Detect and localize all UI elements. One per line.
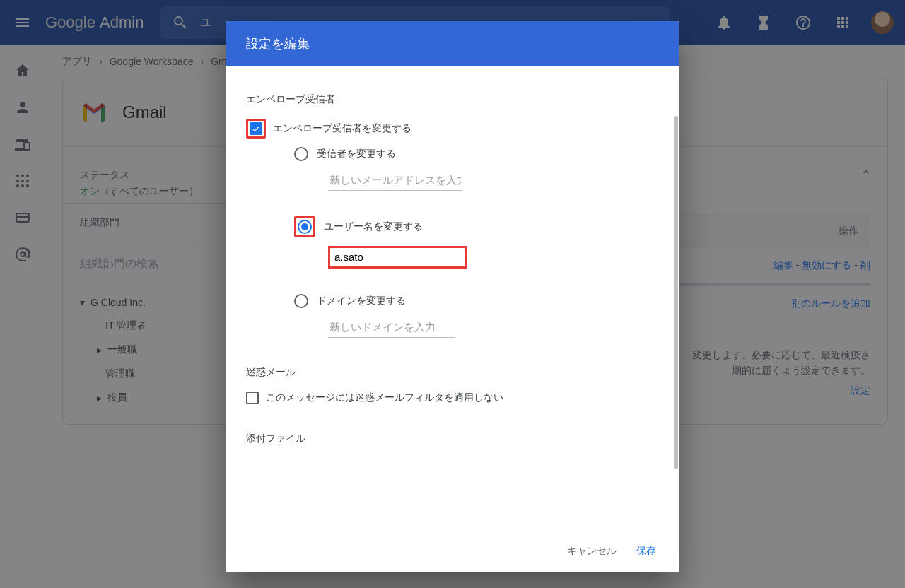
section-attachment: 添付ファイル: [246, 433, 656, 445]
cancel-button[interactable]: キャンセル: [567, 545, 617, 558]
username-input[interactable]: [334, 251, 460, 263]
settings-dialog: 設定を編集 エンベロープ受信者 エンベロープ受信者を変更する 受信者を変更する …: [226, 21, 679, 572]
save-button[interactable]: 保存: [636, 545, 656, 558]
checkbox-skip-spam[interactable]: [246, 392, 259, 404]
radio-label: ユーザー名を変更する: [324, 220, 423, 233]
radio-change-recipient[interactable]: [294, 147, 308, 161]
checkbox-label: このメッセージには迷惑メールフィルタを適用しない: [266, 392, 503, 404]
radio-label: ドメインを変更する: [317, 295, 406, 307]
checkbox-label: エンベロープ受信者を変更する: [273, 122, 411, 135]
dialog-scrollbar[interactable]: [673, 66, 679, 530]
section-spam: 迷惑メール: [246, 366, 656, 379]
checkbox-change-envelope[interactable]: [250, 122, 262, 135]
radio-change-domain[interactable]: [294, 294, 308, 308]
radio-change-username[interactable]: [298, 220, 312, 234]
highlight-box: [328, 246, 467, 269]
radio-label: 受信者を変更する: [317, 148, 396, 160]
new-email-input[interactable]: [328, 170, 462, 191]
dialog-footer: キャンセル 保存: [226, 530, 679, 572]
dialog-title: 設定を編集: [226, 21, 679, 66]
highlight-box: [294, 216, 315, 237]
section-envelope-recipient: エンベロープ受信者: [246, 93, 656, 106]
highlight-box: [246, 119, 266, 139]
new-domain-input[interactable]: [328, 317, 455, 338]
